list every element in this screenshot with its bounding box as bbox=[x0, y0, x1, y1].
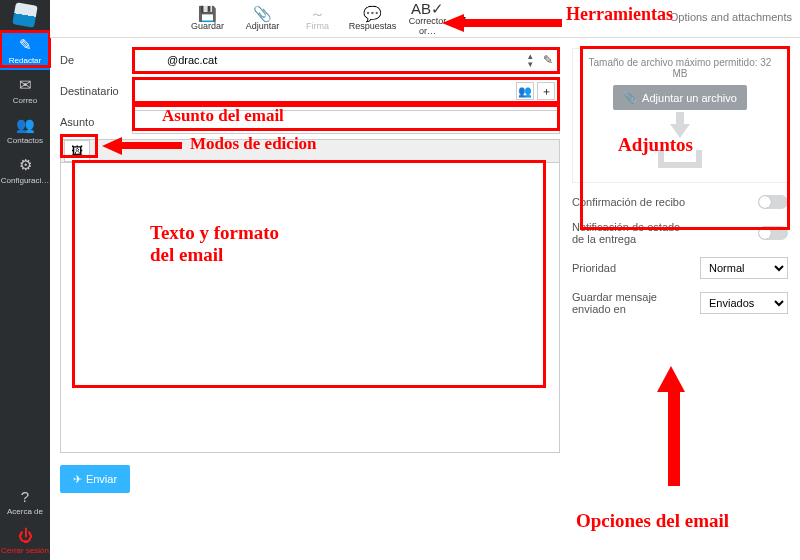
upload-placeholder-icon bbox=[652, 124, 708, 168]
subject-field[interactable] bbox=[132, 110, 560, 134]
compose-panel: De @drac.cat ▴▾ ✎ Destinatario 👥 ＋ bbox=[50, 38, 560, 560]
dsn-toggle[interactable] bbox=[758, 226, 788, 240]
app-logo bbox=[0, 0, 50, 30]
editor-toolbar: 🖼 bbox=[60, 139, 560, 163]
from-label: De bbox=[60, 54, 132, 66]
toolbar: 💾Guardar 📎Adjuntar ～Firma 💬Respuestas AB… bbox=[50, 0, 800, 38]
priority-select[interactable]: Normal bbox=[700, 257, 788, 279]
dsn-label: Notificación de estado de la entrega bbox=[572, 221, 692, 245]
main: 💾Guardar 📎Adjuntar ～Firma 💬Respuestas AB… bbox=[50, 0, 800, 560]
paperclip-icon: 📎 bbox=[235, 7, 290, 21]
sidebar-item-settings[interactable]: ⚙ Configuraci… bbox=[0, 150, 50, 190]
power-icon: ⏻ bbox=[0, 527, 50, 544]
sidebar-item-compose[interactable]: ✎ Redactar bbox=[0, 30, 50, 70]
gear-icon: ⚙ bbox=[0, 156, 50, 174]
paperclip-icon: 📎 bbox=[623, 91, 637, 104]
responses-icon: 💬 bbox=[345, 7, 400, 21]
savein-select[interactable]: Enviados bbox=[700, 292, 788, 314]
email-body-editor[interactable] bbox=[60, 163, 560, 453]
spellcheck-icon: AB✓ bbox=[400, 2, 455, 16]
sidebar-item-label: Acerca de bbox=[7, 507, 43, 516]
compose-icon: ✎ bbox=[0, 36, 50, 54]
options-heading: Options and attachments bbox=[670, 11, 792, 23]
from-field[interactable]: @drac.cat ▴▾ ✎ bbox=[132, 48, 560, 72]
editor-mode-image-icon[interactable]: 🖼 bbox=[64, 140, 90, 162]
attach-file-button[interactable]: 📎 Adjuntar un archivo bbox=[613, 85, 747, 110]
attachments-box: Tamaño de archivo máximo permitido: 32 M… bbox=[572, 48, 788, 183]
sidebar-item-label: Correo bbox=[13, 96, 37, 105]
sidebar-item-about[interactable]: ? Acerca de bbox=[0, 482, 50, 521]
options-panel: Tamaño de archivo máximo permitido: 32 M… bbox=[560, 38, 800, 560]
toolbar-more[interactable]: ▾ bbox=[455, 13, 472, 24]
signature-button[interactable]: ～Firma bbox=[290, 7, 345, 31]
spellcheck-button[interactable]: AB✓Corrector or… bbox=[400, 2, 455, 36]
send-icon: ✈ bbox=[73, 473, 82, 486]
save-button[interactable]: 💾Guardar bbox=[180, 7, 235, 31]
contacts-icon: 👥 bbox=[0, 116, 50, 134]
sidebar-item-label: Configuraci… bbox=[1, 176, 49, 185]
sidebar-item-mail[interactable]: ✉ Correo bbox=[0, 70, 50, 110]
to-label: Destinatario bbox=[60, 85, 132, 97]
mail-icon: ✉ bbox=[0, 76, 50, 94]
save-icon: 💾 bbox=[180, 7, 235, 21]
receipt-label: Confirmación de recibo bbox=[572, 196, 685, 208]
sidebar-item-logout[interactable]: ⏻ Cerrar sesión bbox=[0, 521, 50, 560]
sidebar: ✎ Redactar ✉ Correo 👥 Contactos ⚙ Config… bbox=[0, 0, 50, 560]
priority-label: Prioridad bbox=[572, 262, 616, 274]
max-size-label: Tamaño de archivo máximo permitido: 32 M… bbox=[581, 57, 779, 79]
sidebar-item-label: Cerrar sesión bbox=[1, 546, 49, 555]
sidebar-item-contacts[interactable]: 👥 Contactos bbox=[0, 110, 50, 150]
sidebar-item-label: Contactos bbox=[7, 136, 43, 145]
from-value: @drac.cat bbox=[167, 54, 217, 66]
help-icon: ? bbox=[0, 488, 50, 505]
send-button[interactable]: ✈ Enviar bbox=[60, 465, 130, 493]
to-field[interactable]: 👥 ＋ bbox=[132, 79, 560, 103]
subject-label: Asunto bbox=[60, 116, 132, 128]
responses-button[interactable]: 💬Respuestas bbox=[345, 7, 400, 31]
receipt-toggle[interactable] bbox=[758, 195, 788, 209]
add-recipient-icon[interactable]: ＋ bbox=[537, 82, 555, 100]
savein-label: Guardar mensaje enviado en bbox=[572, 291, 692, 315]
signature-icon: ～ bbox=[290, 7, 345, 21]
edit-identity-icon[interactable]: ✎ bbox=[543, 53, 553, 67]
from-chevron-icon: ▴▾ bbox=[528, 52, 533, 68]
sidebar-item-label: Redactar bbox=[9, 56, 41, 65]
add-contact-icon[interactable]: 👥 bbox=[516, 82, 534, 100]
attach-button[interactable]: 📎Adjuntar bbox=[235, 7, 290, 31]
